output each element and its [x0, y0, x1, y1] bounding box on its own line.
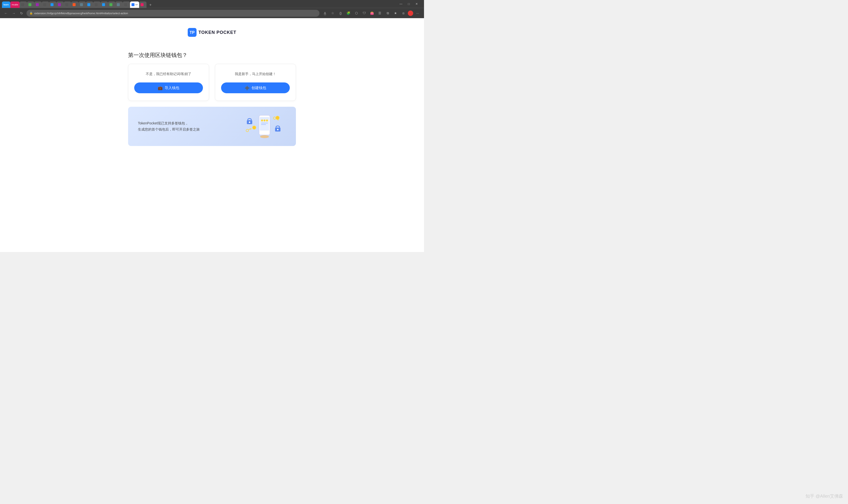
translate-button[interactable]: A̲ — [321, 10, 328, 17]
import-icon: 💼 — [158, 86, 163, 90]
tab-active[interactable]: TP — [130, 1, 139, 8]
banner-line2: 生成您的首个钱包后，即可开启多签之旅 — [138, 127, 200, 131]
close-button[interactable]: ✕ — [413, 1, 420, 7]
import-wallet-button[interactable]: 💼 导入钱包 — [134, 83, 203, 93]
tab-favicon-12 — [87, 3, 90, 6]
create-wallet-card: 我是新手，马上开始创建！ ➕ 创建钱包 — [215, 64, 296, 101]
tab-strip: learn mcake — [2, 0, 397, 8]
page-title-container: 第一次使用区块链钱包？ — [128, 52, 296, 64]
tab-favicon-3 — [21, 3, 24, 6]
tab-favicon-10 — [73, 3, 76, 6]
main-content: TP TOKEN POCKET 第一次使用区块链钱包？ 不是，我已经有助记词/私… — [0, 18, 424, 252]
svg-point-10 — [249, 122, 250, 123]
toolbar-actions: A̲ ☆ {} 🧩 ⬡ 🛡 👛 ☰ ⧉ ★ ⧈ ··· — [321, 10, 421, 17]
tab-learn[interactable]: learn — [2, 1, 10, 8]
tab-14[interactable] — [101, 1, 108, 8]
tab-19[interactable] — [139, 1, 146, 8]
tab-favicon-active — [131, 3, 134, 6]
tab-favicon-14 — [102, 3, 105, 6]
logo-area: TP TOKEN POCKET — [188, 28, 237, 37]
tab-favicon-13 — [95, 3, 98, 6]
wallet-button[interactable]: 👛 — [368, 10, 375, 17]
svg-point-4 — [261, 120, 263, 122]
address-bar: ← → ↻ 🔒 extension://mfgccjchihfkkindfppn… — [0, 8, 424, 18]
tab-5[interactable] — [34, 1, 42, 8]
browser-frame: learn mcake — [0, 0, 424, 252]
bookmark-button[interactable]: ☆ — [329, 10, 336, 17]
tab-3[interactable] — [20, 1, 27, 8]
create-wallet-label: 创建钱包 — [252, 86, 266, 90]
svg-line-20 — [278, 120, 278, 121]
create-card-subtitle: 我是新手，马上开始创建！ — [235, 71, 276, 76]
tab-13[interactable] — [93, 1, 101, 8]
reload-button[interactable]: ↻ — [19, 10, 24, 16]
create-icon: ➕ — [245, 86, 250, 90]
banner-illustration — [242, 114, 286, 139]
tab-mcake[interactable]: mcake — [10, 1, 20, 8]
url-text: extension://mfgccjchihfkkindfppnaooecgfn… — [34, 12, 317, 15]
page-content: TP TOKEN POCKET 第一次使用区块链钱包？ 不是，我已经有助记词/私… — [0, 18, 424, 252]
shield-button[interactable]: 🛡 — [361, 10, 367, 17]
tab-7[interactable] — [49, 1, 56, 8]
tab-active-label: TP — [135, 4, 138, 6]
extensions-button[interactable]: 🧩 — [345, 10, 352, 17]
create-wallet-button[interactable]: ➕ 创建钱包 — [221, 83, 290, 93]
minimize-button[interactable]: — — [397, 1, 404, 7]
splitscreen-button[interactable]: ⧉ — [384, 10, 391, 17]
svg-point-25 — [260, 135, 269, 138]
tab-15[interactable] — [108, 1, 115, 8]
import-card-subtitle: 不是，我已经有助记词/私钥了 — [146, 71, 192, 76]
svg-rect-8 — [261, 124, 266, 125]
tab-11[interactable] — [78, 1, 86, 8]
phone-illustration — [242, 114, 286, 139]
tab-favicon-17 — [124, 3, 127, 6]
multisig-banner[interactable]: TokenPocket现已支持多签钱包， 生成您的首个钱包后，即可开启多签之旅 — [128, 107, 296, 146]
tab-4[interactable] — [27, 1, 34, 8]
new-tab-button[interactable]: + — [147, 2, 154, 8]
svg-point-12 — [277, 129, 278, 130]
url-bar[interactable]: 🔒 extension://mfgccjchihfkkindfppnaooecg… — [26, 10, 320, 17]
menu-button[interactable]: ··· — [414, 10, 421, 17]
cards-container: 不是，我已经有助记词/私钥了 💼 导入钱包 我是新手，马上开始创建！ ➕ 创建钱… — [128, 64, 296, 101]
tab-17[interactable] — [123, 1, 130, 8]
svg-line-15 — [250, 129, 251, 129]
profile-avatar[interactable] — [408, 11, 413, 16]
svg-rect-3 — [260, 117, 269, 130]
tab-12[interactable] — [86, 1, 93, 8]
favorites-button[interactable]: ★ — [392, 10, 399, 17]
page-title: 第一次使用区块链钱包？ — [128, 52, 296, 59]
maximize-button[interactable]: □ — [405, 1, 412, 7]
import-wallet-label: 导入钱包 — [165, 86, 179, 90]
tab-favicon-19 — [141, 3, 144, 6]
tab-bar: learn mcake — [0, 0, 424, 8]
forward-button[interactable]: → — [11, 10, 17, 16]
tab-favicon-7 — [51, 3, 54, 6]
tab-favicon-8 — [58, 3, 61, 6]
tab-16[interactable] — [115, 1, 123, 8]
reader-button[interactable]: ☰ — [376, 10, 383, 17]
devtools-button[interactable]: {} — [337, 10, 344, 17]
sync-button[interactable]: ⬡ — [353, 10, 360, 17]
tab-favicon-11 — [80, 3, 83, 6]
collections-button[interactable]: ⧈ — [400, 10, 407, 17]
tab-favicon-5 — [36, 3, 39, 6]
svg-point-13 — [246, 129, 249, 132]
tokenpocket-logo-icon: TP — [188, 28, 197, 37]
tab-favicon-15 — [109, 3, 112, 6]
tab-mcake-label: mcake — [12, 3, 18, 6]
svg-point-24 — [253, 126, 256, 129]
svg-line-16 — [251, 128, 252, 129]
tab-10[interactable] — [71, 1, 78, 8]
window-controls: — □ ✕ — [397, 0, 422, 8]
tab-favicon-4 — [29, 3, 31, 6]
svg-text:TP: TP — [190, 31, 195, 35]
tab-8[interactable] — [56, 1, 64, 8]
tab-favicon-16 — [117, 3, 120, 6]
svg-point-6 — [266, 120, 268, 122]
tab-9[interactable] — [64, 1, 71, 8]
banner-text: TokenPocket现已支持多签钱包， 生成您的首个钱包后，即可开启多签之旅 — [138, 120, 200, 132]
tab-learn-label: learn — [3, 3, 9, 6]
tab-6[interactable] — [42, 1, 49, 8]
back-button[interactable]: ← — [3, 10, 9, 16]
tab-favicon-6 — [43, 3, 46, 6]
